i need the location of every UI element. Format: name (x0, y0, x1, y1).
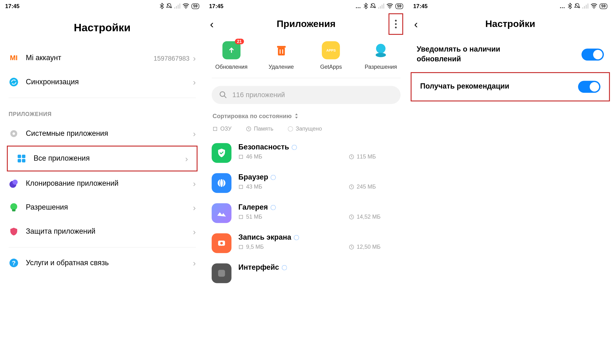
svg-rect-20 (382, 5, 383, 9)
ram-filter[interactable]: ОЗУ (212, 126, 231, 132)
memory-filter[interactable]: Память (246, 126, 274, 132)
svg-line-30 (224, 96, 226, 98)
battery-icon: 59 (395, 3, 403, 9)
svg-point-13 (13, 180, 18, 185)
chevron-right-icon: › (193, 77, 196, 87)
shield-icon (9, 226, 19, 237)
svg-rect-0 (174, 7, 175, 9)
svg-point-29 (220, 92, 225, 96)
spinner-icon (288, 126, 293, 131)
account-id: 1597867983 (153, 54, 189, 62)
chevron-right-icon: › (193, 53, 196, 63)
getapps-shortcut[interactable]: APPS GetApps (310, 41, 353, 70)
svg-point-22 (389, 8, 390, 9)
app-row[interactable]: Интерфейс (212, 258, 401, 283)
battery-icon: 59 (192, 3, 199, 9)
spinner-icon (282, 265, 287, 271)
highlight-box: Все приложения › (7, 146, 197, 171)
support-row[interactable]: ? Услуги и обратная связь › (0, 251, 204, 275)
back-button[interactable]: ‹ (210, 17, 214, 31)
chevron-right-icon: › (193, 179, 196, 188)
signal-icon (582, 3, 588, 9)
overflow-menu-button[interactable] (389, 13, 403, 35)
svg-rect-10 (18, 159, 21, 162)
sync-row[interactable]: Синхронизация › (0, 70, 204, 94)
app-row[interactable]: Запись экрана 9,5 МБ 12,50 МБ (212, 228, 401, 258)
search-input[interactable]: 116 приложений (212, 86, 401, 104)
svg-rect-25 (279, 49, 280, 54)
help-icon: ? (9, 258, 19, 268)
status-time: 17:45 (209, 3, 223, 9)
app-row[interactable]: Браузер 43 МБ 245 МБ (212, 168, 401, 198)
notify-updates-row[interactable]: Уведомлять о наличии обновлений (408, 37, 612, 72)
system-apps-row[interactable]: Системные приложения › (0, 121, 204, 146)
app-row[interactable]: Галерея 51 МБ 14,52 МБ (212, 198, 401, 228)
permissions-row[interactable]: Разрешения › (0, 195, 204, 220)
clock-icon (349, 184, 354, 189)
chevron-right-icon: › (193, 227, 196, 236)
app-protection-row[interactable]: Защита приложений › (0, 220, 204, 244)
svg-rect-46 (218, 270, 225, 277)
svg-point-27 (376, 44, 386, 53)
toggle-on[interactable] (581, 49, 604, 60)
back-button[interactable]: ‹ (414, 17, 418, 31)
spinner-icon (294, 235, 299, 240)
svg-rect-47 (582, 7, 583, 9)
sync-icon (9, 77, 19, 87)
chevron-right-icon: › (193, 203, 196, 212)
svg-rect-11 (22, 159, 25, 162)
svg-rect-40 (239, 215, 243, 218)
clone-apps-row[interactable]: Клонирование приложений › (0, 171, 204, 195)
header: ‹ Настройки (408, 11, 612, 37)
toggle-on[interactable] (578, 81, 600, 93)
status-icons: … 59 (356, 3, 403, 9)
clone-icon (9, 178, 19, 189)
more-dots-icon: … (356, 3, 362, 9)
mi-account-row[interactable]: MI Mi аккаунт 1597867983 › (0, 46, 204, 70)
quick-actions: 21 Обновления Удаление APPS GetApps (204, 37, 408, 76)
chevron-right-icon: › (193, 258, 196, 268)
status-icons: … 59 (559, 3, 607, 9)
chip-icon (212, 126, 218, 131)
all-apps-row[interactable]: Все приложения › (8, 146, 196, 171)
search-icon (220, 91, 227, 99)
section-header: ПРИЛОЖЕНИЯ (0, 102, 204, 122)
gear-icon (9, 129, 19, 139)
gallery-app-icon (216, 207, 228, 219)
divider (212, 78, 401, 78)
dnd-icon (574, 3, 580, 9)
chip-icon (238, 184, 244, 189)
bluetooth-icon (160, 3, 164, 9)
svg-rect-18 (378, 7, 379, 9)
permissions-icon (374, 43, 388, 58)
svg-rect-21 (383, 3, 384, 9)
chevron-right-icon: › (185, 154, 188, 164)
svg-rect-8 (18, 155, 21, 158)
search-placeholder: 116 приложений (232, 91, 285, 99)
svg-rect-9 (22, 155, 25, 158)
permissions-shortcut[interactable]: Разрешения (359, 41, 402, 70)
wifi-icon (182, 3, 189, 9)
svg-rect-2 (178, 5, 179, 9)
running-filter[interactable]: Запущено (288, 126, 322, 132)
svg-rect-38 (239, 185, 243, 188)
sort-button[interactable]: Сортировка по состоянию (204, 104, 408, 121)
recommendations-row[interactable]: Получать рекомендации (411, 73, 609, 101)
svg-rect-15 (12, 209, 15, 211)
svg-rect-31 (213, 127, 217, 130)
app-row[interactable]: Безопасность 46 МБ 115 МБ (212, 138, 401, 168)
delete-shortcut[interactable]: Удаление (260, 41, 303, 70)
settings-screen: 17:45 59 Настройки MI Mi аккаунт 1597867… (0, 0, 204, 354)
bluetooth-icon (568, 3, 572, 9)
spinner-icon (271, 175, 276, 180)
svg-rect-23 (278, 48, 285, 55)
svg-rect-19 (380, 6, 381, 9)
svg-point-4 (185, 8, 186, 9)
clock-icon (246, 126, 251, 131)
svg-point-7 (13, 132, 15, 135)
security-app-icon (217, 148, 227, 158)
svg-text:?: ? (12, 260, 15, 266)
permissions-icon (9, 202, 19, 213)
updates-shortcut[interactable]: 21 Обновления (210, 41, 253, 70)
status-time: 17:45 (5, 3, 20, 9)
